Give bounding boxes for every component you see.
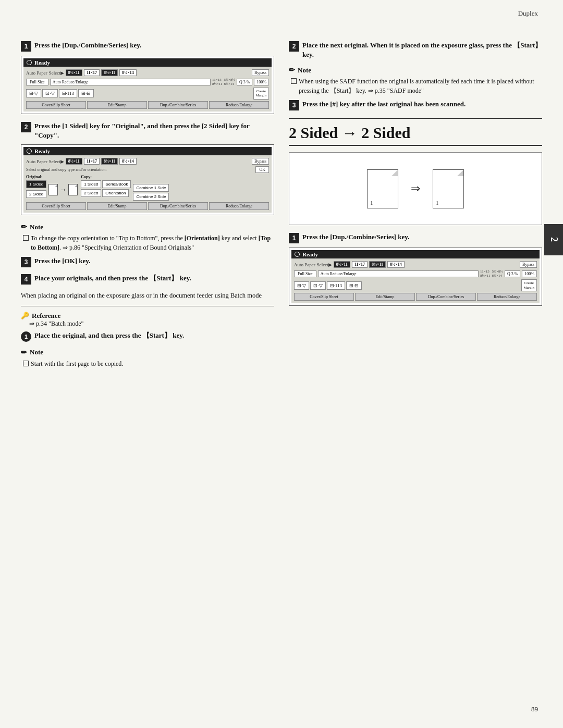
full-size-row-1: Full Size Auto Reduce/Enlarge 11×158½×11… — [26, 78, 269, 86]
orig-1sided-btn[interactable]: 1 Sided — [26, 180, 46, 188]
auto-paper-label-3: Auto Paper — [294, 262, 315, 267]
step3-num: 3 — [21, 257, 31, 267]
paper-row-1: Auto Paper Select▶ 8½×11 11×17 8½×11 8½×… — [26, 69, 269, 76]
copy-1sided-btn[interactable]: 1 Sided — [81, 180, 101, 188]
arrow-col: → — [48, 184, 78, 195]
right-step2-header: 2 Place the next original. When it is pl… — [289, 41, 542, 59]
step4-text: Place your originals, and then press the… — [34, 274, 191, 283]
tab-reduce-1[interactable]: Reduce/Enlarge — [209, 101, 269, 109]
combine-2side-btn[interactable]: Combine 2 Side — [133, 193, 169, 201]
size-btn-3a[interactable]: 8½×11 — [334, 261, 350, 268]
full-size-btn-1[interactable]: Full Size — [26, 79, 48, 85]
icon-btn-3a[interactable]: ⊞·▽ — [294, 281, 309, 290]
note-pencil-icon-1: ✏ — [21, 223, 27, 231]
step4-block: 4 Place your originals, and then press t… — [21, 274, 274, 285]
original-col: Original: 1 Sided 2 Sided — [26, 175, 46, 199]
copy-label: Copy: — [81, 175, 102, 179]
icon-btn-3c[interactable]: ⊟·113 — [327, 281, 345, 290]
note2-checkbox-icon — [23, 361, 29, 366]
note2-label: Note — [30, 348, 43, 356]
doc-page-2-inner-wrap: 1 2 — [433, 169, 464, 208]
create-margin-btn-1[interactable]: CreateMargin — [253, 88, 269, 100]
ref-box: 🔑 Reference ⇒ p.34 "Batch mode" — [21, 312, 274, 328]
sub-step1-block: 1 Place the original, and then press the… — [21, 331, 274, 342]
bypass-btn-2[interactable]: Bypass — [252, 158, 269, 165]
page-num-3: 1 — [436, 200, 439, 206]
page-num-1: 1 — [370, 200, 373, 206]
tab-reduce-3[interactable]: Reduce/Enlarge — [477, 293, 537, 301]
sub-step1-num: 1 — [21, 331, 31, 342]
note2-content: Start with the first page to be copied. — [23, 359, 274, 368]
tab-cover-3[interactable]: Cover/Slip Sheet — [294, 293, 354, 301]
page-number: 89 — [531, 705, 538, 713]
full-size-row-3: Full Size Auto Reduce/Enlarge 11×158½×11… — [294, 269, 537, 278]
size-btn-2c[interactable]: 8½×11 — [101, 158, 118, 165]
create-margin-btn-3[interactable]: CreateMargin — [521, 279, 537, 291]
doc-diagram: 1 2 ⇒ — [367, 169, 464, 208]
size-btn-3b[interactable]: 11×17 — [352, 261, 368, 268]
hundred-btn-1[interactable]: 100% — [254, 79, 269, 85]
tab-cover-1[interactable]: Cover/Slip Sheet — [26, 101, 86, 109]
auto-reduce-btn-3[interactable]: Auto Reduce/Enlarge — [318, 270, 479, 277]
machine-ui-1-body: Auto Paper Select▶ 8½×11 11×17 8½×11 8½×… — [23, 67, 272, 112]
step3-text: Press the [OK] key. — [34, 256, 90, 266]
select-label-3: Select▶ — [317, 262, 332, 267]
size-btn-2d[interactable]: 8½×14 — [119, 158, 137, 165]
icon-btn-3b[interactable]: ⊡·▽ — [310, 281, 325, 290]
tab-dup-2[interactable]: Dup./Combine/Series — [148, 202, 208, 210]
right-step3-header: 3 Press the [#] key after the last origi… — [289, 100, 542, 110]
sizes-small-2: 5½×8½8½×14 — [224, 78, 235, 86]
icon-btn-1c[interactable]: ⊟·113 — [59, 89, 77, 97]
percent-btn-3[interactable]: Q 3 % — [505, 270, 520, 277]
hundred-btn-3[interactable]: 100% — [522, 270, 537, 277]
top-label: Duplex — [518, 9, 538, 18]
select-ui: Auto Paper Select▶ 8½×11 11×17 8½×11 8½×… — [23, 155, 272, 213]
doc-icon-2 — [68, 184, 78, 195]
size-btn-4[interactable]: 8½×14 — [119, 69, 137, 76]
icon-btn-1b[interactable]: ⊡·▽ — [42, 89, 57, 97]
note1-text: To change the copy orientation to "Top t… — [31, 233, 274, 252]
orientation-btn[interactable]: Orientation — [102, 189, 129, 197]
auto-reduce-btn-1[interactable]: Auto Reduce/Enlarge — [50, 79, 211, 85]
percent-btn-1[interactable]: Q 3 % — [237, 79, 252, 85]
size-btn-1[interactable]: 8½×11 — [66, 69, 82, 76]
machine-ui-1-header: Ready — [23, 58, 272, 67]
ready-circle-icon — [27, 60, 32, 65]
size-btn-3[interactable]: 8½×11 — [101, 69, 118, 76]
tab-dup-1[interactable]: Dup./Combine/Series — [148, 101, 208, 109]
bypass-btn-1[interactable]: Bypass — [252, 69, 269, 76]
note-pencil-icon-sadf: ✏ — [289, 66, 295, 75]
icons-row-1: ⊞·▽ ⊡·▽ ⊟·113 ⊞·⊟ CreateMargin — [26, 88, 269, 100]
copy-2sided-btn[interactable]: 2 Sided — [81, 189, 101, 197]
right-step2-num: 2 — [289, 41, 299, 52]
size-btn-2[interactable]: 11×17 — [84, 69, 100, 76]
full-size-btn-3[interactable]: Full Size — [294, 270, 316, 277]
right-step3-block: 3 Press the [#] key after the last origi… — [289, 100, 542, 110]
size-btn-3d[interactable]: 8½×14 — [387, 261, 405, 268]
doc-page-2-front: 1 — [433, 169, 464, 208]
size-btn-2a[interactable]: 8½×11 — [66, 158, 82, 165]
tab-edit-3[interactable]: Edit/Stamp — [355, 293, 415, 301]
ready-label-1: Ready — [34, 59, 50, 66]
size-btn-3c[interactable]: 8½×11 — [369, 261, 386, 268]
tab-cover-2[interactable]: Cover/Slip Sheet — [26, 202, 86, 210]
note-sadf-box: ✏ Note When using the SADF func­tion the… — [289, 66, 542, 95]
tab-edit-1[interactable]: Edit/Stamp — [87, 101, 147, 109]
tab-reduce-2[interactable]: Reduce/Enlarge — [209, 202, 269, 210]
bypass-btn-3[interactable]: Bypass — [520, 261, 537, 268]
machine-ui-1: Ready Auto Paper Select▶ 8½×11 11×17 8½×… — [21, 56, 274, 114]
icon-btn-3d[interactable]: ⊞·⊟ — [346, 281, 362, 290]
tab-edit-2[interactable]: Edit/Stamp — [87, 202, 147, 210]
combine-1side-btn[interactable]: Combine 1 Side — [133, 184, 169, 192]
tab-dup-3[interactable]: Dup./Combine/Series — [416, 293, 476, 301]
copy-btns-row: 1 Sided Series/Book — [81, 180, 131, 188]
size-btn-2b[interactable]: 11×17 — [84, 158, 100, 165]
orig-2sided-btn[interactable]: 2 Sided — [26, 190, 46, 198]
ok-btn[interactable]: OK — [255, 166, 269, 173]
step4-num: 4 — [21, 274, 31, 285]
icon-btn-1a[interactable]: ⊞·▽ — [26, 89, 41, 97]
icon-btn-1d[interactable]: ⊞·⊟ — [78, 89, 94, 97]
page: Duplex 2 1 Press the [Dup./Combine/Serie… — [0, 0, 563, 728]
right-step2-block: 2 Place the next original. When it is pl… — [289, 41, 542, 59]
series-book-btn[interactable]: Series/Book — [102, 180, 131, 188]
